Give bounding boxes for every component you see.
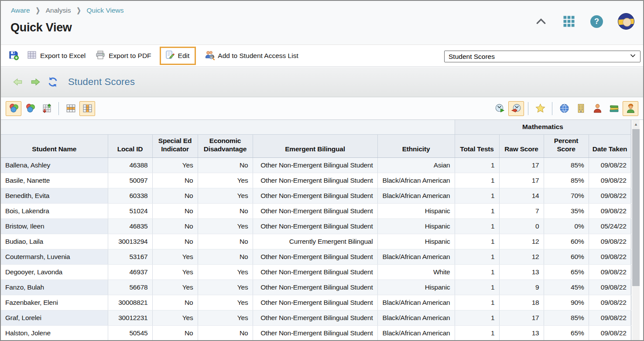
cell-percent-score: 85%: [544, 173, 589, 188]
cell-raw-score: 9: [499, 280, 544, 295]
edit-label: Edit: [178, 52, 190, 60]
cell-economic-disadvantage: Yes: [198, 173, 253, 188]
pivot-fields-icon[interactable]: [6, 101, 21, 116]
view-navbar: Student Scores: [1, 67, 643, 97]
table-row[interactable]: Budiao, Laila30013294NoNoCurrently Emerg…: [1, 234, 631, 249]
export-pdf-button[interactable]: Export to PDF: [91, 47, 155, 65]
apps-grid-icon[interactable]: [562, 15, 575, 28]
cell-percent-score: 90%: [544, 295, 589, 310]
table-row[interactable]: Degooyer, Lavonda46937YesYesOther Non-Em…: [1, 264, 631, 280]
teacher-person-icon[interactable]: [589, 101, 605, 116]
cell-student-name: Ballena, Ashley: [1, 157, 108, 173]
column-layout-icon[interactable]: [79, 101, 95, 116]
cell-total-tests: 1: [455, 203, 499, 218]
cell-ethnicity: White: [377, 264, 455, 280]
table-row[interactable]: Bois, Lakendra51024NoNoOther Non-Emergen…: [1, 203, 631, 218]
table-row[interactable]: Benedith, Evita60338NoYesOther Non-Emerg…: [1, 188, 631, 203]
cell-raw-score: 0: [499, 218, 544, 234]
cell-percent-score: 70%: [544, 188, 589, 203]
cell-special-ed-indicator: Yes: [152, 264, 198, 280]
cell-raw-score: 12: [499, 234, 544, 249]
cell-student-name: Budiao, Laila: [1, 234, 108, 249]
sort-grid-icon[interactable]: [39, 101, 55, 116]
cell-total-tests: 1: [455, 249, 499, 264]
column-header-student-name[interactable]: Student Name: [1, 134, 108, 157]
favorite-star-icon[interactable]: [532, 101, 548, 116]
breadcrumb-quick-views[interactable]: Quick Views: [87, 7, 124, 14]
row-layout-icon[interactable]: [63, 101, 79, 116]
view-select-dropdown[interactable]: Student Scores: [444, 51, 641, 62]
table-row[interactable]: Bristow, Ileen46835NoYesOther Non-Emerge…: [1, 218, 631, 234]
column-header-special-ed-indicator[interactable]: Special Ed Indicator: [152, 134, 198, 157]
cell-percent-score: 85%: [544, 157, 589, 173]
history-back-icon[interactable]: [508, 101, 524, 116]
cell-local-id: 30008821: [108, 295, 152, 310]
forward-arrow-icon[interactable]: [30, 76, 41, 88]
cell-percent-score: 0%: [544, 218, 589, 234]
table-row[interactable]: Fanzo, Bulah56678YesYesOther Non-Emergen…: [1, 280, 631, 295]
column-header-percent-score[interactable]: Percent Score: [544, 134, 589, 157]
cell-local-id: 60338: [108, 188, 152, 203]
back-arrow-icon[interactable]: [12, 76, 24, 88]
table-row[interactable]: Ballena, Ashley46388YesNoOther Non-Emerg…: [1, 157, 631, 173]
courses-books-icon[interactable]: [606, 101, 622, 116]
cell-date-taken: 09/08/22: [589, 295, 631, 310]
cell-total-tests: 1: [455, 295, 499, 310]
user-avatar[interactable]: [618, 13, 634, 30]
scrollbar-thumb[interactable]: [632, 129, 640, 286]
cell-local-id: 30012231: [108, 310, 152, 325]
cell-special-ed-indicator: Yes: [152, 249, 198, 264]
breadcrumb-analysis[interactable]: Analysis: [46, 7, 71, 14]
column-header-economic-disadvantage[interactable]: Economic Disadvantage: [198, 134, 253, 157]
collapse-chevron-icon[interactable]: [534, 15, 548, 28]
column-header-total-tests[interactable]: Total Tests: [455, 134, 499, 157]
cell-student-name: Fazenbaker, Eleni: [1, 295, 108, 310]
pivot-fields-alt-icon[interactable]: [22, 101, 38, 116]
cell-raw-score: 7: [499, 203, 544, 218]
cell-local-id: 46835: [108, 218, 152, 234]
cell-emergent-bilingual: Other Non-Emergent Bilingual Student: [253, 203, 377, 218]
district-globe-icon[interactable]: [556, 101, 572, 116]
save-button[interactable]: [6, 47, 21, 65]
column-header-date-taken[interactable]: Date Taken: [589, 134, 631, 157]
column-header-local-id[interactable]: Local ID: [108, 134, 152, 157]
table-row[interactable]: Graf, Lorelei30012231YesYesOther Non-Eme…: [1, 310, 631, 325]
cell-date-taken: 09/08/22: [589, 280, 631, 295]
cell-date-taken: 05/24/22: [589, 218, 631, 234]
table-row[interactable]: Fazenbaker, Eleni30008821NoYesOther Non-…: [1, 295, 631, 310]
cell-economic-disadvantage: Yes: [198, 310, 253, 325]
cell-ethnicity: Asian: [377, 157, 455, 173]
breadcrumb-aware[interactable]: Aware: [11, 7, 30, 14]
column-header-emergent-bilingual[interactable]: Emergent Bilingual: [253, 134, 377, 157]
help-icon[interactable]: ?: [590, 15, 603, 28]
cell-total-tests: 1: [455, 310, 499, 325]
export-excel-button[interactable]: Export to Excel: [23, 47, 89, 65]
export-excel-label: Export to Excel: [40, 52, 86, 60]
toolbar-divider: [528, 102, 528, 115]
cell-special-ed-indicator: No: [152, 203, 198, 218]
cell-economic-disadvantage: Yes: [198, 188, 253, 203]
history-forward-icon[interactable]: [492, 101, 507, 116]
cell-emergent-bilingual: Other Non-Emergent Bilingual Student: [253, 280, 377, 295]
cell-emergent-bilingual: Other Non-Emergent Bilingual Student: [253, 218, 377, 234]
cell-student-name: Bois, Lakendra: [1, 203, 108, 218]
edit-button[interactable]: Edit: [160, 47, 196, 65]
cell-date-taken: 09/08/22: [589, 264, 631, 280]
table-row[interactable]: Basile, Nanette50097NoYesOther Non-Emerg…: [1, 173, 631, 188]
column-header-raw-score[interactable]: Raw Score: [499, 134, 544, 157]
table-row[interactable]: Coutermarsh, Luvenia53167YesNoOther Non-…: [1, 249, 631, 264]
table-row[interactable]: Halston, Jolene50545NoNoOther Non-Emerge…: [1, 325, 631, 340]
student-person-icon[interactable]: [623, 101, 638, 116]
scroll-up-arrow-icon[interactable]: ▲: [632, 120, 640, 129]
student-table-body: Ballena, Ashley46388YesNoOther Non-Emerg…: [1, 157, 631, 340]
cell-economic-disadvantage: Yes: [198, 218, 253, 234]
column-header-ethnicity[interactable]: Ethnicity: [377, 134, 455, 157]
cell-student-name: Degooyer, Lavonda: [1, 264, 108, 280]
breadcrumb-chevron-icon: ❯: [76, 7, 81, 14]
refresh-icon[interactable]: [47, 76, 58, 88]
cell-economic-disadvantage: No: [198, 249, 253, 264]
vertical-scrollbar[interactable]: ▲: [632, 120, 640, 340]
campus-building-icon[interactable]: [573, 101, 589, 116]
add-to-student-access-list-button[interactable]: Add to Student Access List: [200, 47, 302, 65]
cell-emergent-bilingual: Other Non-Emergent Bilingual Student: [253, 325, 377, 340]
